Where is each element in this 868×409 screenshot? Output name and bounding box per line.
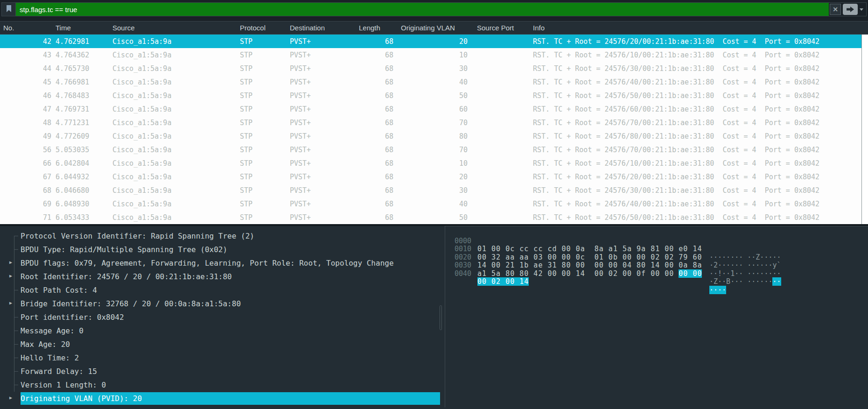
packet-originating-vlan: 20: [399, 173, 475, 181]
packet-info: RST. TC + Root = 24576/30/00:21:1b:ae:31…: [531, 64, 861, 73]
packet-time: 4.766981: [54, 78, 111, 86]
packet-row[interactable]: 68 6.046680 Cisco_a1:5a:9a STP PVST+ 68 …: [0, 183, 861, 197]
bookmark-icon: [6, 5, 12, 14]
packet-row[interactable]: 56 5.053035 Cisco_a1:5a:9a STP PVST+ 68 …: [0, 143, 861, 156]
packet-no: 42: [0, 37, 54, 46]
packet-time: 4.772609: [54, 132, 111, 141]
packet-details-pane: Protocol Version Identifier: Rapid Spann…: [0, 226, 445, 407]
packet-info: RST. TC + Root = 24576/50/00:21:1b:ae:31…: [531, 213, 861, 222]
detail-row[interactable]: Hello Time: 2: [0, 351, 445, 365]
packet-destination: PVST+: [288, 213, 357, 222]
packet-row[interactable]: 67 6.044932 Cisco_a1:5a:9a STP PVST+ 68 …: [0, 170, 861, 183]
detail-row[interactable]: Version 1 Length: 0: [0, 378, 445, 392]
clear-filter-button[interactable]: ✕: [830, 4, 841, 15]
detail-row[interactable]: Forward Delay: 15: [0, 365, 445, 378]
detail-row[interactable]: Port identifier: 0x8042: [0, 310, 445, 324]
detail-text: Port identifier: 0x8042: [21, 313, 124, 322]
detail-text: Bridge Identifier: 32768 / 20 / 00:0a:8a…: [21, 299, 241, 308]
packet-row[interactable]: 44 4.765730 Cisco_a1:5a:9a STP PVST+ 68 …: [0, 62, 861, 75]
expand-arrow-icon[interactable]: [0, 256, 21, 270]
expand-arrow-icon[interactable]: [0, 351, 21, 365]
hex-highlight: 00 02 00 14: [477, 277, 529, 286]
packet-row[interactable]: 47 4.769731 Cisco_a1:5a:9a STP PVST+ 68 …: [0, 102, 861, 116]
packet-originating-vlan: 70: [399, 146, 475, 154]
packet-row[interactable]: 48 4.771231 Cisco_a1:5a:9a STP PVST+ 68 …: [0, 116, 861, 129]
packet-no: 43: [0, 51, 54, 59]
packet-source: Cisco_a1:5a:9a: [111, 51, 238, 59]
packet-length: 68: [357, 51, 399, 59]
packet-row[interactable]: 66 6.042804 Cisco_a1:5a:9a STP PVST+ 68 …: [0, 156, 861, 170]
detail-row[interactable]: Protocol Version Identifier: Rapid Spann…: [0, 229, 445, 243]
expand-arrow-icon[interactable]: [0, 283, 21, 297]
expand-arrow-icon[interactable]: [0, 297, 21, 310]
filter-bookmark-button[interactable]: [2, 3, 16, 16]
detail-text: BPDU flags: 0x79, Agreement, Forwarding,…: [21, 259, 394, 268]
packet-originating-vlan: 30: [399, 64, 475, 73]
display-filter-input[interactable]: stp.flags.tc == true: [16, 3, 829, 16]
packet-time: 4.765730: [54, 64, 111, 73]
detail-row[interactable]: Root Identifier: 24576 / 20 / 00:21:1b:a…: [0, 270, 445, 283]
packet-info: RST. TC + Root = 24576/20/00:21:1b:ae:31…: [531, 173, 861, 181]
detail-row[interactable]: Message Age: 0: [0, 324, 445, 338]
detail-row[interactable]: Originating VLAN (PVID): 20: [0, 392, 445, 405]
packet-row[interactable]: 42 4.762981 Cisco_a1:5a:9a STP PVST+ 68 …: [0, 35, 861, 48]
hex-row[interactable]: 0010 00 32 aa aa 03 00 00 0c 01 0b 00 00…: [445, 237, 868, 246]
detail-row[interactable]: Bridge Identifier: 32768 / 20 / 00:0a:8a…: [0, 297, 445, 310]
detail-row[interactable]: BPDU flags: 0x79, Agreement, Forwarding,…: [0, 256, 445, 270]
column-header-source[interactable]: Source: [111, 24, 238, 32]
column-header-time[interactable]: Time: [54, 24, 111, 32]
column-header-protocol[interactable]: Protocol: [238, 24, 288, 32]
filter-bar-buttons: ✕: [829, 3, 866, 16]
packet-protocol: STP: [238, 64, 288, 73]
hex-row[interactable]: 0000 01 00 0c cc cc cd 00 0a 8a a1 5a 9a…: [445, 229, 868, 237]
packet-protocol: STP: [238, 200, 288, 208]
column-header-destination[interactable]: Destination: [288, 24, 357, 32]
packet-no: 44: [0, 64, 54, 73]
packet-row[interactable]: 71 6.053433 Cisco_a1:5a:9a STP PVST+ 68 …: [0, 211, 861, 224]
expand-arrow-icon[interactable]: [0, 310, 21, 324]
hex-row[interactable]: 0030 a1 5a 80 80 42 00 00 14 00 02 00 0f…: [445, 254, 868, 262]
column-header-originating-vlan[interactable]: Originating VLAN: [399, 24, 475, 32]
column-header-no[interactable]: No.: [0, 24, 54, 32]
packet-list-scrollbar[interactable]: [861, 35, 868, 224]
packet-destination: PVST+: [288, 173, 357, 181]
packet-row[interactable]: 46 4.768483 Cisco_a1:5a:9a STP PVST+ 68 …: [0, 89, 861, 102]
packet-source: Cisco_a1:5a:9a: [111, 92, 238, 100]
expand-arrow-icon[interactable]: [0, 392, 21, 405]
apply-filter-button[interactable]: [843, 4, 858, 15]
packet-source: Cisco_a1:5a:9a: [111, 64, 238, 73]
filter-dropdown-caret[interactable]: [858, 4, 865, 15]
expand-arrow-icon[interactable]: [0, 365, 21, 378]
packet-protocol: STP: [238, 119, 288, 127]
hex-row[interactable]: 0020 14 00 21 1b ae 31 80 00 00 00 04 80…: [445, 245, 868, 254]
detail-text: Originating VLAN (PVID): 20: [21, 392, 440, 405]
column-header-source-port[interactable]: Source Port: [475, 24, 531, 32]
detail-row[interactable]: Max Age: 20: [0, 338, 445, 351]
detail-row[interactable]: BPDU Type: Rapid/Multiple Spanning Tree …: [0, 243, 445, 256]
packet-list-header: No. Time Source Protocol Destination Len…: [0, 21, 868, 35]
column-header-length[interactable]: Length: [357, 24, 399, 32]
column-header-info[interactable]: Info: [531, 24, 868, 32]
expand-arrow-icon[interactable]: [0, 243, 21, 256]
packet-destination: PVST+: [288, 186, 357, 195]
packet-length: 68: [357, 105, 399, 113]
ascii-highlight: ····: [709, 286, 726, 294]
details-scrollbar-thumb[interactable]: [440, 305, 442, 330]
packet-source: Cisco_a1:5a:9a: [111, 146, 238, 154]
packet-row[interactable]: 49 4.772609 Cisco_a1:5a:9a STP PVST+ 68 …: [0, 129, 861, 143]
expand-arrow-icon[interactable]: [0, 229, 21, 243]
expand-arrow-icon[interactable]: [0, 338, 21, 351]
packet-row[interactable]: 43 4.764362 Cisco_a1:5a:9a STP PVST+ 68 …: [0, 48, 861, 62]
packet-list: 42 4.762981 Cisco_a1:5a:9a STP PVST+ 68 …: [0, 35, 868, 224]
expand-arrow-icon[interactable]: [0, 378, 21, 392]
detail-row[interactable]: Root Path Cost: 4: [0, 283, 445, 297]
hex-row[interactable]: 0040 00 02 00 14 ····: [445, 261, 868, 270]
packet-row[interactable]: 69 6.048930 Cisco_a1:5a:9a STP PVST+ 68 …: [0, 197, 861, 211]
expand-arrow-icon[interactable]: [0, 270, 21, 283]
packet-length: 68: [357, 64, 399, 73]
expand-arrow-icon[interactable]: [0, 324, 21, 338]
hex-ascii: ····: [709, 286, 726, 295]
packet-destination: PVST+: [288, 105, 357, 113]
packet-row[interactable]: 45 4.766981 Cisco_a1:5a:9a STP PVST+ 68 …: [0, 75, 861, 89]
packet-time: 4.762981: [54, 37, 111, 46]
